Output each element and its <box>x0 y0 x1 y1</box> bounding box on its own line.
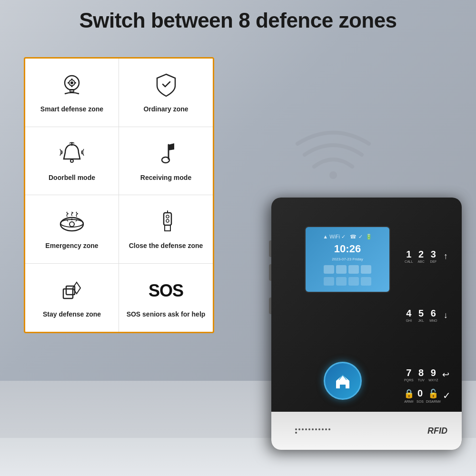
zone-receiving-label: Receiving mode <box>140 173 191 182</box>
music-note-icon <box>152 140 180 169</box>
key-1[interactable]: 1 CALL <box>404 228 414 285</box>
zone-sos: SOS SOS seniors ask for help <box>119 264 213 332</box>
zone-doorbell: Doorbell mode <box>25 127 119 196</box>
keypad: 1 CALL 2 ABC 3 DEF ↑ 4 GHI 5 JKL <box>400 224 455 407</box>
key-3[interactable]: 3 DEF <box>428 228 439 285</box>
key-2[interactable]: 2 ABC <box>416 228 426 285</box>
svg-point-23 <box>329 171 337 179</box>
svg-point-13 <box>69 222 74 227</box>
key-disarm[interactable]: 🔓 DISARM# <box>426 388 441 403</box>
special-keys-row: 🔒 ARM# 0 SOS 🔓 DISARM# ✓ <box>400 388 455 403</box>
key-4[interactable]: 4 GHI <box>404 287 414 344</box>
svg-rect-6 <box>74 82 76 84</box>
zone-emergency-label: Emergency zone <box>45 241 98 250</box>
alarm-device: ▲ WiFi ✓ ☎ ✓ 🔋 10:26 2023-07-23 Friday <box>257 183 462 450</box>
svg-rect-7 <box>70 89 74 92</box>
svg-point-18 <box>166 215 169 218</box>
svg-rect-21 <box>63 289 73 298</box>
zone-doorbell-label: Doorbell mode <box>49 173 95 182</box>
device-bottom-strip: RFID <box>271 412 462 450</box>
zone-emergency: Emergency zone <box>25 195 119 264</box>
shapes-icon <box>58 277 86 305</box>
key-icon <box>152 208 180 237</box>
key-down[interactable]: ↓ <box>440 287 451 344</box>
brain-gear-icon <box>58 71 86 100</box>
zone-smart-defense: Smart defense zone <box>25 59 119 127</box>
svg-rect-5 <box>68 82 69 84</box>
svg-point-2 <box>70 81 73 84</box>
key-confirm[interactable]: ✓ <box>443 388 451 403</box>
zone-ordinary-label: Ordinary zone <box>143 105 188 113</box>
svg-point-12 <box>60 219 83 227</box>
zone-stay-defense: Stay defense zone <box>25 264 119 332</box>
screen-date: 2023-07-23 Friday <box>332 257 363 261</box>
wifi-signal-graphic <box>295 124 371 181</box>
title-area: Switch between 8 defence zones <box>0 9 476 32</box>
info-card: Smart defense zone Ordinary zone <box>24 57 214 333</box>
shield-icon <box>152 71 180 100</box>
home-button[interactable] <box>324 362 362 400</box>
zone-sos-label: SOS seniors ask for help <box>127 310 206 318</box>
svg-rect-17 <box>164 213 171 225</box>
svg-point-10 <box>162 157 169 163</box>
zone-smart-defense-label: Smart defense zone <box>40 105 103 113</box>
zone-close-defense-label: Close the defense zone <box>129 241 203 250</box>
svg-point-19 <box>166 219 169 222</box>
svg-rect-4 <box>71 85 73 87</box>
key-up[interactable]: ↑ <box>440 228 451 285</box>
screen-clock: 10:26 <box>334 243 361 255</box>
sos-icon: SOS <box>152 277 180 305</box>
bell-icon <box>58 140 86 169</box>
page-title: Switch between 8 defence zones <box>0 9 476 32</box>
device-screen: ▲ WiFi ✓ ☎ ✓ 🔋 10:26 2023-07-23 Friday <box>305 226 390 293</box>
key-0-sos[interactable]: 0 SOS <box>416 388 424 403</box>
smoke-detector-icon <box>58 208 86 237</box>
svg-point-9 <box>70 159 73 162</box>
screen-status-bar: ▲ WiFi ✓ ☎ ✓ 🔋 <box>323 234 372 240</box>
key-5[interactable]: 5 JKL <box>416 287 426 344</box>
rfid-label: RFID <box>427 426 447 436</box>
zone-receiving: Receiving mode <box>119 127 213 196</box>
svg-rect-3 <box>71 79 73 80</box>
zone-stay-defense-label: Stay defense zone <box>43 310 101 318</box>
zone-ordinary: Ordinary zone <box>119 59 213 127</box>
key-6[interactable]: 6 MNO <box>428 287 439 344</box>
key-arm[interactable]: 🔒 ARM# <box>404 388 414 403</box>
zone-close-defense: Close the defense zone <box>119 195 213 264</box>
